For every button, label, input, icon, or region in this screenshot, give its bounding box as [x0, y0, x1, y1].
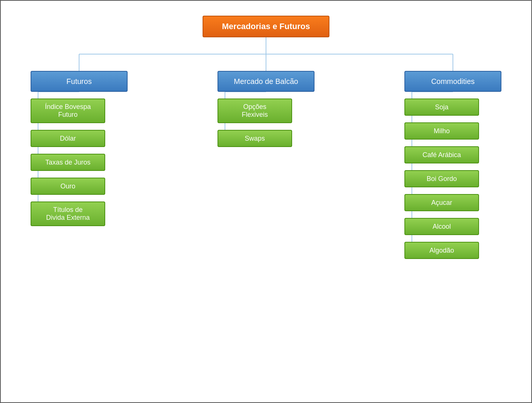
child-item-alcool: Alcool	[404, 218, 479, 235]
child-item-opcoes: OpçõesFlexiveis	[218, 99, 292, 123]
child-node-algodao: Algodão	[404, 242, 479, 259]
children-list-futuros: Índice BovespaFuturoDólarTaxas de JurosO…	[31, 92, 128, 226]
child-item-algodao: Algodão	[404, 242, 479, 259]
children-list-mercado: OpçõesFlexiveisSwaps	[218, 92, 314, 147]
child-node-acucar: Açucar	[404, 194, 479, 211]
branch-commodities: CommoditiesSojaMilhoCafé ArábicaBoi Gord…	[397, 71, 509, 259]
level1-row: FuturosÍndice BovespaFuturoDólarTaxas de…	[1, 71, 531, 259]
child-item-boi: Boi Gordo	[404, 170, 479, 187]
child-item-cafe: Café Arábica	[404, 146, 479, 163]
children-list-commodities: SojaMilhoCafé ArábicaBoi GordoAçucarAlco…	[404, 92, 501, 259]
child-node-boi: Boi Gordo	[404, 170, 479, 187]
children-wrapper-futuros: Índice BovespaFuturoDólarTaxas de JurosO…	[31, 92, 128, 226]
child-item-indice: Índice BovespaFuturo	[31, 99, 105, 123]
child-node-dolar: Dólar	[31, 130, 105, 147]
child-node-titulos: Títulos deDivida Externa	[31, 202, 105, 226]
child-item-titulos: Títulos deDivida Externa	[31, 202, 105, 226]
root-node: Mercadorias e Futuros	[203, 16, 329, 37]
child-item-ouro: Ouro	[31, 178, 105, 195]
child-node-cafe: Café Arábica	[404, 146, 479, 163]
child-item-soja: Soja	[404, 99, 479, 116]
child-node-indice: Índice BovespaFuturo	[31, 99, 105, 123]
child-item-taxas: Taxas de Juros	[31, 154, 105, 171]
level1-node-commodities: Commodities	[404, 71, 501, 92]
child-item-acucar: Açucar	[404, 194, 479, 211]
root-label: Mercadorias e Futuros	[222, 22, 310, 31]
child-node-opcoes: OpçõesFlexiveis	[218, 99, 292, 123]
child-node-taxas: Taxas de Juros	[31, 154, 105, 171]
diagram-container: Mercadorias e Futuros FuturosÍndice Bove…	[1, 1, 531, 402]
level1-node-futuros: Futuros	[31, 71, 128, 92]
children-wrapper-mercado: OpçõesFlexiveisSwaps	[218, 92, 314, 147]
child-node-swaps: Swaps	[218, 130, 292, 147]
child-item-dolar: Dólar	[31, 130, 105, 147]
child-item-milho: Milho	[404, 122, 479, 140]
children-wrapper-commodities: SojaMilhoCafé ArábicaBoi GordoAçucarAlco…	[404, 92, 501, 259]
branch-futuros: FuturosÍndice BovespaFuturoDólarTaxas de…	[23, 71, 135, 226]
child-node-alcool: Alcool	[404, 218, 479, 235]
child-node-ouro: Ouro	[31, 178, 105, 195]
child-node-soja: Soja	[404, 99, 479, 116]
child-item-swaps: Swaps	[218, 130, 292, 147]
branch-mercado: Mercado de BalcãoOpçõesFlexiveisSwaps	[210, 71, 322, 147]
level1-node-mercado: Mercado de Balcão	[218, 71, 314, 92]
child-node-milho: Milho	[404, 122, 479, 140]
